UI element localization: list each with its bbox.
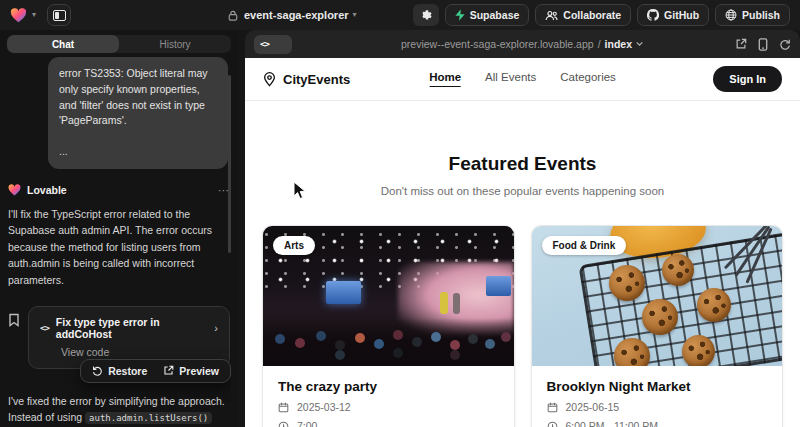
restore-label: Restore bbox=[108, 365, 147, 377]
site-viewport: CityEvents Home All Events Categories Si… bbox=[245, 58, 800, 427]
mouse-cursor bbox=[293, 181, 306, 200]
collaborate-button[interactable]: Collaborate bbox=[535, 4, 631, 26]
tab-chat[interactable]: Chat bbox=[7, 35, 119, 53]
chat-history-tabs: Chat History bbox=[7, 35, 231, 53]
bookmark-icon[interactable] bbox=[8, 313, 20, 327]
clock-icon bbox=[547, 421, 558, 427]
assistant-name: Lovable bbox=[27, 184, 67, 196]
event-title: Brooklyn Night Market bbox=[547, 379, 768, 394]
user-message-ellipsis: ... bbox=[59, 144, 217, 160]
event-card-body: Brooklyn Night Market 2025-06-15 6:00 P bbox=[532, 366, 783, 427]
event-date: 2025-06-15 bbox=[566, 401, 620, 413]
preview-url-separator: / bbox=[598, 38, 601, 50]
preview-url-bar[interactable]: preview--event-saga-explorer.lovable.app… bbox=[401, 38, 644, 50]
refresh-icon[interactable] bbox=[779, 38, 791, 50]
github-label: GitHub bbox=[664, 9, 699, 21]
sidebar-toggle-button[interactable] bbox=[47, 4, 71, 26]
event-time: 7:00 bbox=[297, 420, 317, 427]
lovable-app-window: ▾ event-saga-explorer ▾ Supabase bbox=[0, 0, 800, 427]
hero-subtitle: Don't miss out on these popular events h… bbox=[245, 185, 800, 197]
code-view-toggle[interactable]: <> bbox=[254, 35, 292, 54]
nav-all-events[interactable]: All Events bbox=[485, 71, 536, 87]
preview-label: Preview bbox=[179, 365, 219, 377]
code-change-title: Fix type type error in addCoHost bbox=[56, 316, 207, 340]
publish-button[interactable]: Publish bbox=[715, 4, 790, 26]
restore-icon bbox=[92, 365, 103, 376]
assistant-header: Lovable ⋯ bbox=[8, 184, 230, 197]
lock-icon bbox=[228, 10, 238, 21]
sign-in-button[interactable]: Sign In bbox=[713, 66, 782, 92]
event-time-row: 6:00 PM - 11:00 PM bbox=[547, 420, 768, 427]
preview-url-host: preview--event-saga-explorer.lovable.app bbox=[401, 38, 594, 50]
chat-panel: Chat History error TS2353: Object litera… bbox=[0, 30, 238, 427]
user-message-bubble[interactable]: error TS2353: Object literal may only sp… bbox=[48, 57, 228, 169]
tab-history[interactable]: History bbox=[119, 35, 231, 53]
supabase-icon bbox=[455, 9, 465, 21]
site-header: CityEvents Home All Events Categories Si… bbox=[245, 58, 800, 101]
github-button[interactable]: GitHub bbox=[637, 4, 709, 26]
category-badge: Food & Drink bbox=[542, 236, 627, 255]
site-nav: Home All Events Categories bbox=[429, 71, 616, 87]
lovable-heart-icon bbox=[8, 184, 21, 196]
clock-icon bbox=[278, 421, 289, 427]
event-cards: Arts The crazy party 2025-03-12 bbox=[245, 225, 800, 427]
event-time: 6:00 PM - 11:00 PM bbox=[566, 420, 659, 427]
code-edit-row: <> Fix type type error in addCoHost › Vi… bbox=[8, 306, 230, 369]
globe-icon bbox=[725, 9, 737, 21]
lovable-logo-icon[interactable] bbox=[10, 8, 27, 23]
calendar-icon bbox=[278, 402, 289, 413]
topbar-actions: Supabase Collaborate GitHub Publish bbox=[413, 4, 790, 26]
preview-pane: <> preview--event-saga-explorer.lovable.… bbox=[245, 30, 800, 427]
version-toolbar: Restore Preview bbox=[80, 359, 231, 383]
event-card-night-market[interactable]: Food & Drink Brooklyn Night Market 2025-… bbox=[531, 225, 784, 427]
preview-button[interactable]: Preview bbox=[156, 363, 226, 379]
code-toggle-icon: <> bbox=[260, 39, 269, 49]
hero-title: Featured Events bbox=[245, 153, 800, 175]
settings-button[interactable] bbox=[413, 4, 439, 26]
calendar-icon bbox=[547, 402, 558, 413]
supabase-label: Supabase bbox=[470, 9, 520, 21]
site-brand[interactable]: CityEvents bbox=[263, 72, 350, 87]
assistant-message-1: I'll fix the TypeScript error related to… bbox=[8, 206, 230, 289]
code-icon: <> bbox=[40, 323, 49, 333]
restore-button[interactable]: Restore bbox=[85, 363, 154, 379]
mobile-view-icon[interactable] bbox=[758, 38, 768, 51]
event-photo-party: Arts bbox=[263, 226, 514, 366]
site-brand-name: CityEvents bbox=[283, 72, 350, 87]
event-card-crazy-party[interactable]: Arts The crazy party 2025-03-12 bbox=[262, 225, 515, 427]
chat-scrollbar[interactable] bbox=[228, 75, 231, 253]
nav-categories[interactable]: Categories bbox=[560, 71, 616, 87]
category-badge: Arts bbox=[273, 236, 315, 255]
open-in-new-tab-icon[interactable] bbox=[735, 38, 747, 50]
project-switcher[interactable]: event-saga-explorer ▾ bbox=[228, 0, 357, 30]
collaborate-label: Collaborate bbox=[563, 9, 621, 21]
publish-label: Publish bbox=[742, 9, 780, 21]
project-name: event-saga-explorer bbox=[244, 9, 349, 21]
assistant-message-2: I've fixed the error by simplifying the … bbox=[8, 393, 230, 427]
event-date: 2025-03-12 bbox=[297, 401, 351, 413]
project-chevron-icon: ▾ bbox=[353, 11, 357, 19]
event-date-row: 2025-03-12 bbox=[278, 401, 499, 413]
workspace-chevron-icon[interactable]: ▾ bbox=[32, 11, 36, 19]
open-preview-icon bbox=[163, 365, 174, 376]
supabase-button[interactable]: Supabase bbox=[445, 4, 530, 26]
preview-url-page: index bbox=[605, 38, 632, 50]
map-pin-icon bbox=[263, 72, 276, 87]
event-title: The crazy party bbox=[278, 379, 499, 394]
expand-chevron-icon[interactable]: › bbox=[214, 322, 218, 334]
chat-messages: error TS2353: Object literal may only sp… bbox=[7, 53, 231, 427]
event-card-body: The crazy party 2025-03-12 7:00 bbox=[263, 366, 514, 427]
view-code-link[interactable]: View code bbox=[61, 346, 218, 358]
user-message-text: error TS2353: Object literal may only sp… bbox=[59, 66, 217, 129]
preview-controls bbox=[735, 38, 791, 51]
top-bar: ▾ event-saga-explorer ▾ Supabase bbox=[0, 0, 800, 30]
event-photo-food: Food & Drink bbox=[532, 226, 783, 366]
sidebar-toggle-icon bbox=[53, 10, 66, 21]
nav-home[interactable]: Home bbox=[429, 71, 461, 87]
url-chevron-icon bbox=[636, 41, 644, 47]
code-change-card[interactable]: <> Fix type type error in addCoHost › Vi… bbox=[28, 306, 230, 369]
collaborate-icon bbox=[545, 10, 558, 21]
github-icon bbox=[647, 9, 659, 21]
preview-toolbar: <> preview--event-saga-explorer.lovable.… bbox=[245, 30, 800, 58]
gear-icon bbox=[419, 9, 432, 22]
